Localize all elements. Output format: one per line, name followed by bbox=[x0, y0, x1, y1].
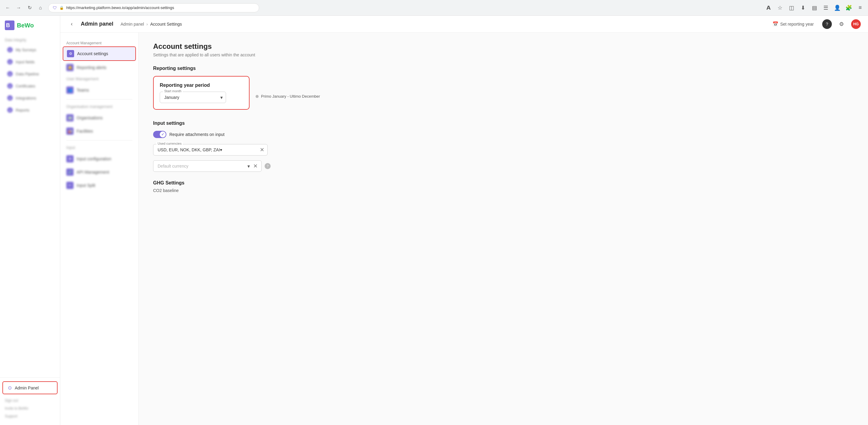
url-display: https://marketing.platform.bewo.io/app/a… bbox=[66, 5, 174, 10]
input-settings-section: Input settings ✓ Require attachments on … bbox=[153, 121, 854, 172]
default-currency-arrow: ▾ bbox=[247, 163, 250, 169]
admin-panel-icon: ⊙ bbox=[8, 385, 12, 391]
right-panel: Account settings Settings that are appli… bbox=[138, 33, 868, 425]
forward-button[interactable]: → bbox=[14, 4, 23, 12]
panel-item-teams[interactable]: 👥 Teams bbox=[60, 84, 138, 97]
extensions-icon[interactable]: 🧩 bbox=[844, 4, 853, 12]
app: B BeWo Data Integrity ● My Surveys ● Inp… bbox=[0, 16, 868, 425]
breadcrumb: Admin panel › Account Settings bbox=[121, 22, 182, 27]
data-pipeline-icon: ● bbox=[7, 71, 13, 77]
panel-item-input-config[interactable]: ⚙ Input configuration bbox=[60, 152, 138, 165]
account-management-label: Account Management bbox=[60, 38, 138, 47]
panel-item-account-settings[interactable]: ⚙ Account settings bbox=[63, 47, 136, 61]
reader-icon[interactable]: ☰ bbox=[822, 4, 830, 12]
star-icon[interactable]: ☆ bbox=[776, 4, 784, 12]
sidebar-item-input-fields[interactable]: ● Input fields bbox=[2, 56, 58, 67]
period-indicator: Primo January - Ultimo December bbox=[255, 94, 320, 98]
sidebar-item-data-pipeline[interactable]: ● Data Pipeline bbox=[2, 68, 58, 80]
page-subtitle: Settings that are applied to all users w… bbox=[153, 53, 854, 57]
reporting-year-card: Reporting year period Start month Januar… bbox=[153, 76, 250, 110]
teams-icon: 👥 bbox=[66, 87, 73, 94]
dropdown-arrow-icon: ▾ bbox=[220, 95, 223, 100]
period-dot bbox=[255, 95, 258, 98]
reporting-alerts-icon: 🔔 bbox=[66, 64, 73, 71]
sidebar-item-support[interactable]: Support bbox=[0, 412, 60, 420]
home-button[interactable]: ⌂ bbox=[36, 4, 44, 12]
input-config-icon: ⚙ bbox=[66, 155, 73, 162]
panel-item-api-management[interactable]: 🔗 API Management bbox=[60, 165, 138, 179]
ghg-settings-title: GHG Settings bbox=[153, 180, 854, 186]
logo-text: BeWo bbox=[17, 22, 34, 29]
settings-button[interactable]: ⚙ bbox=[837, 19, 846, 29]
back-button[interactable]: ‹ bbox=[67, 20, 76, 28]
start-month-label: Start month bbox=[163, 89, 183, 93]
help-label: ? bbox=[826, 22, 828, 27]
ghg-settings-section: GHG Settings CO2 baseline bbox=[153, 180, 854, 193]
translate-icon[interactable]: 𝗔 bbox=[764, 4, 773, 12]
reports-icon: ● bbox=[7, 107, 13, 113]
sidebar-item-certificates[interactable]: ● Certificates bbox=[2, 80, 58, 92]
sidebar-icon[interactable]: ▤ bbox=[810, 4, 818, 12]
profile-icon[interactable]: 👤 bbox=[833, 4, 841, 12]
left-panel: Account Management ⚙ Account settings 🔔 … bbox=[60, 33, 138, 425]
sidebar-item-my-surveys[interactable]: ● My Surveys bbox=[2, 44, 58, 56]
sidebar-item-sign-out[interactable]: Sign out bbox=[0, 397, 60, 404]
reporting-settings-section: Reporting settings Reporting year period… bbox=[153, 66, 854, 112]
currencies-label: Used currencies bbox=[156, 142, 183, 145]
breadcrumb-parent[interactable]: Admin panel bbox=[121, 22, 144, 27]
start-month-dropdown[interactable]: Start month January ▾ bbox=[160, 92, 226, 103]
sidebar-bottom: ⊙ Admin Panel Sign out Invite to BeWo Su… bbox=[0, 377, 60, 420]
bewo-logo-icon: B bbox=[5, 21, 14, 30]
api-management-icon: 🔗 bbox=[66, 169, 73, 176]
sidebar: B BeWo Data Integrity ● My Surveys ● Inp… bbox=[0, 16, 60, 425]
download-icon[interactable]: ⬇ bbox=[799, 4, 807, 12]
require-attachments-toggle[interactable]: ✓ bbox=[153, 131, 166, 138]
refresh-button[interactable]: ↻ bbox=[25, 4, 34, 12]
panel-item-reporting-alerts[interactable]: 🔔 Reporting alerts bbox=[60, 61, 138, 74]
co2-baseline-label: CO2 baseline bbox=[153, 188, 854, 193]
breadcrumb-separator: › bbox=[147, 22, 148, 27]
reporting-settings-title: Reporting settings bbox=[153, 66, 854, 71]
card-row: Start month January ▾ bbox=[160, 92, 243, 103]
sidebar-item-reports[interactable]: ● Reports bbox=[2, 104, 58, 116]
currencies-clear-icon[interactable]: ✕ bbox=[260, 147, 264, 153]
panel-item-input-split[interactable]: ✂ Input Split bbox=[60, 179, 138, 192]
browser-actions: 𝗔 ☆ ◫ ⬇ ▤ ☰ 👤 🧩 ≡ bbox=[764, 4, 864, 12]
default-currency-clear-icon[interactable]: ✕ bbox=[253, 163, 258, 170]
help-button[interactable]: ? bbox=[822, 19, 832, 29]
sidebar-item-data-integrity[interactable]: Data Integrity bbox=[0, 36, 60, 44]
set-reporting-year-label: Set reporting year bbox=[780, 22, 814, 27]
period-text: Primo January - Ultimo December bbox=[261, 94, 320, 98]
toggle-check-icon: ✓ bbox=[161, 132, 164, 136]
org-management-label: Organisation management bbox=[60, 102, 138, 111]
back-button[interactable]: ← bbox=[4, 4, 12, 12]
default-currency-dropdown[interactable]: Default currency ▾ ✕ bbox=[153, 160, 261, 172]
input-settings-title: Input settings bbox=[153, 121, 854, 126]
panel-divider-2 bbox=[66, 140, 132, 141]
organisations-icon: 🏢 bbox=[66, 114, 73, 121]
avatar[interactable]: HG bbox=[851, 19, 861, 29]
currencies-field[interactable]: Used currencies USD, EUR, NOK, DKK, GBP,… bbox=[153, 144, 268, 155]
sidebar-item-admin-panel[interactable]: ⊙ Admin Panel bbox=[2, 381, 58, 394]
require-attachments-row: ✓ Require attachments on input bbox=[153, 131, 854, 138]
currencies-value: USD, EUR, NOK, DKK, GBP, ZAI▾ bbox=[158, 147, 256, 152]
breadcrumb-current: Account Settings bbox=[150, 22, 182, 27]
address-bar[interactable]: 🛡 🔒 https://marketing.platform.bewo.io/a… bbox=[48, 3, 259, 12]
panel-item-organisations[interactable]: 🏢 Organisations bbox=[60, 111, 138, 124]
logo: B BeWo bbox=[0, 21, 60, 36]
browser-chrome: ← → ↻ ⌂ 🛡 🔒 https://marketing.platform.b… bbox=[0, 0, 868, 16]
reporting-year-card-title: Reporting year period bbox=[160, 83, 243, 88]
sidebar-item-invite[interactable]: Invite to BeWo bbox=[0, 404, 60, 412]
integrations-icon: ● bbox=[7, 95, 13, 101]
avatar-initials: HG bbox=[853, 22, 859, 26]
start-month-value: January bbox=[164, 95, 179, 100]
pocket-icon[interactable]: ◫ bbox=[787, 4, 796, 12]
panel-divider-1 bbox=[66, 99, 132, 99]
panel-item-facilities[interactable]: 🏭 Facilities bbox=[60, 124, 138, 138]
menu-icon[interactable]: ≡ bbox=[856, 4, 864, 12]
top-header: ‹ Admin panel Admin panel › Account Sett… bbox=[60, 16, 868, 33]
nav-buttons: ← → ↻ ⌂ bbox=[4, 4, 44, 12]
currency-help-icon[interactable]: ? bbox=[265, 163, 271, 169]
set-reporting-year-button[interactable]: 📅 Set reporting year bbox=[769, 19, 817, 29]
sidebar-item-integrations[interactable]: ● Integrations bbox=[2, 92, 58, 104]
